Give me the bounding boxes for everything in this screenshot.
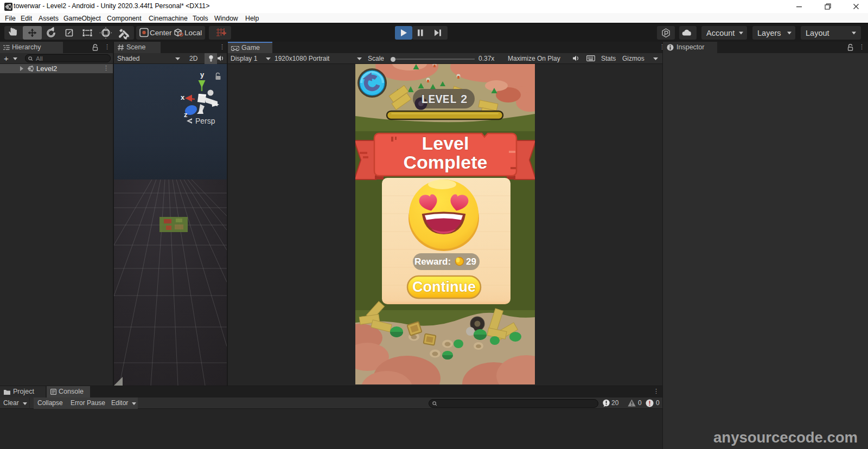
svg-text:Persp: Persp bbox=[195, 117, 215, 125]
svg-text:Continue: Continue bbox=[412, 279, 476, 295]
svg-text:Complete: Complete bbox=[404, 152, 488, 172]
svg-text:Level: Level bbox=[422, 133, 469, 153]
svg-text:Account: Account bbox=[706, 29, 735, 37]
svg-text:z: z bbox=[184, 111, 188, 119]
svg-text:Layout: Layout bbox=[806, 29, 829, 37]
svg-text:Center: Center bbox=[150, 29, 172, 37]
svg-text:Local: Local bbox=[184, 29, 202, 37]
svg-text:2: 2 bbox=[460, 93, 467, 107]
svg-text:29: 29 bbox=[466, 256, 476, 267]
svg-text:LEVEL: LEVEL bbox=[421, 93, 457, 107]
svg-text:y: y bbox=[200, 70, 205, 79]
svg-text:x: x bbox=[181, 93, 185, 101]
svg-text:Reward:: Reward: bbox=[414, 256, 451, 267]
svg-text:Layers: Layers bbox=[757, 29, 781, 37]
